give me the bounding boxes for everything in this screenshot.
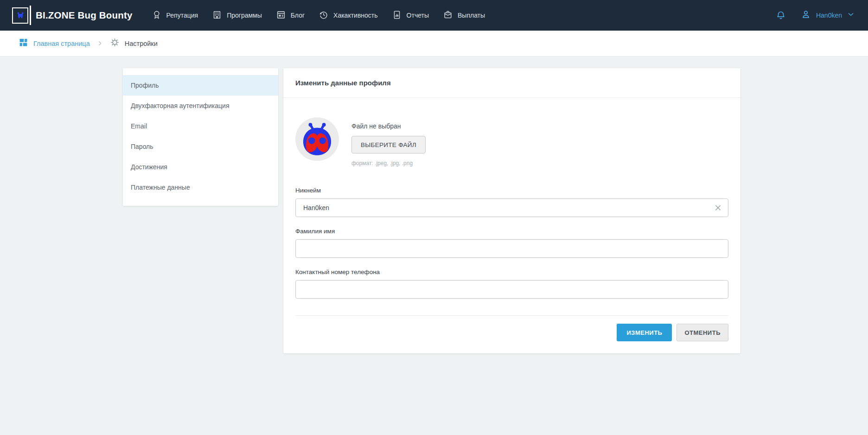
brand-title: BI.ZONE Bug Bounty bbox=[36, 10, 133, 21]
nav-item-label: Выплаты bbox=[458, 12, 485, 19]
sidebar-item-label: Достижения bbox=[131, 163, 167, 171]
breadcrumb-current-label: Настройки bbox=[125, 40, 158, 47]
page-content: Профиль Двухфакторная аутентификация Ema… bbox=[0, 57, 868, 353]
report-icon bbox=[392, 10, 402, 21]
bug-logo-icon bbox=[12, 7, 28, 24]
briefcase-icon bbox=[443, 10, 453, 21]
phone-input[interactable] bbox=[295, 280, 728, 299]
phone-field-block: Контактный номер телефона bbox=[295, 269, 728, 299]
nav-item-reputation[interactable]: Репутация bbox=[145, 5, 205, 26]
submit-button[interactable]: ИЗМЕНИТЬ bbox=[617, 324, 672, 341]
nav-item-hackactivity[interactable]: Хакактивность bbox=[312, 5, 385, 26]
breadcrumb-current: Настройки bbox=[110, 38, 158, 49]
breadcrumb-home-label: Главная страница bbox=[33, 40, 90, 47]
sidebar-item-label: Email bbox=[131, 122, 147, 130]
choose-file-button[interactable]: ВЫБЕРИТЕ ФАЙЛ bbox=[351, 136, 426, 154]
sidebar-item-label: Профиль bbox=[131, 82, 159, 89]
file-upload-block: Файл не выбран ВЫБЕРИТЕ ФАЙЛ формат: .jp… bbox=[351, 117, 426, 166]
settings-sidebar: Профиль Двухфакторная аутентификация Ema… bbox=[123, 68, 278, 206]
dashboard-grid-icon bbox=[19, 38, 28, 49]
nav-item-programs[interactable]: Программы bbox=[205, 5, 269, 26]
nav-item-label: Программы bbox=[227, 12, 262, 19]
breadcrumb-home-link[interactable]: Главная страница bbox=[19, 38, 90, 49]
nickname-input[interactable] bbox=[295, 198, 728, 217]
fullname-label: Фамилия имя bbox=[295, 228, 728, 235]
avatar-section: Файл не выбран ВЫБЕРИТЕ ФАЙЛ формат: .jp… bbox=[295, 117, 728, 166]
file-format-hint: формат: .jpeg, .jpg, .png bbox=[351, 160, 426, 166]
nav-item-label: Хакактивность bbox=[333, 12, 378, 19]
fullname-input[interactable] bbox=[295, 239, 728, 258]
sidebar-item-email[interactable]: Email bbox=[123, 116, 278, 136]
sidebar-item-label: Пароль bbox=[131, 143, 153, 150]
panel-body: Файл не выбран ВЫБЕРИТЕ ФАЙЛ формат: .jp… bbox=[283, 98, 740, 353]
nav-item-label: Отчеты bbox=[407, 12, 429, 19]
sidebar-item-label: Платежные данные bbox=[131, 184, 190, 191]
person-icon bbox=[800, 9, 811, 22]
sidebar-item-payment-data[interactable]: Платежные данные bbox=[123, 177, 278, 198]
nav-item-label: Блог bbox=[291, 12, 305, 19]
history-icon bbox=[319, 10, 329, 21]
bell-icon[interactable] bbox=[775, 10, 786, 21]
form-actions: ИЗМЕНИТЬ ОТМЕНИТЬ bbox=[295, 316, 728, 341]
nav-item-label: Репутация bbox=[166, 12, 198, 19]
user-menu[interactable]: Han0ken bbox=[800, 9, 855, 22]
nav-item-blog[interactable]: Блог bbox=[269, 5, 312, 26]
navbar-right: Han0ken bbox=[775, 9, 855, 22]
ladybug-avatar bbox=[295, 117, 339, 161]
newspaper-icon bbox=[276, 10, 286, 21]
user-name: Han0ken bbox=[816, 12, 842, 19]
sidebar-item-two-factor[interactable]: Двухфакторная аутентификация bbox=[123, 96, 278, 116]
panel-header: Изменить данные профиля bbox=[283, 68, 740, 98]
gear-icon bbox=[110, 38, 120, 49]
building-icon bbox=[212, 10, 222, 21]
cancel-button[interactable]: ОТМЕНИТЬ bbox=[677, 324, 728, 341]
fullname-input-wrap bbox=[295, 239, 728, 258]
logo-divider bbox=[30, 6, 31, 25]
chevron-down-icon bbox=[847, 10, 855, 20]
sidebar-item-label: Двухфакторная аутентификация bbox=[131, 102, 229, 109]
nickname-label: Никнейм bbox=[295, 187, 728, 194]
panel-title: Изменить данные профиля bbox=[295, 79, 391, 87]
nav-item-payouts[interactable]: Выплаты bbox=[436, 5, 492, 26]
nickname-field-block: Никнейм bbox=[295, 187, 728, 217]
nickname-input-wrap bbox=[295, 198, 728, 217]
top-navbar: BI.ZONE Bug Bounty Репутация bbox=[0, 0, 868, 31]
nav-item-reports[interactable]: Отчеты bbox=[385, 5, 436, 26]
clear-icon[interactable] bbox=[714, 204, 722, 212]
file-status-text: Файл не выбран bbox=[351, 122, 426, 130]
chevron-right-icon bbox=[97, 40, 103, 46]
sidebar-item-password[interactable]: Пароль bbox=[123, 136, 278, 157]
breadcrumb: Главная страница Настройки bbox=[0, 31, 868, 57]
brand-logo[interactable]: BI.ZONE Bug Bounty bbox=[12, 6, 133, 25]
fullname-field-block: Фамилия имя bbox=[295, 228, 728, 258]
sidebar-item-profile[interactable]: Профиль bbox=[123, 75, 278, 96]
profile-panel: Изменить данные профиля bbox=[283, 68, 740, 353]
phone-input-wrap bbox=[295, 280, 728, 299]
main-nav: Репутация Программы bbox=[145, 5, 492, 26]
medal-icon bbox=[152, 10, 162, 21]
sidebar-item-achievements[interactable]: Достижения bbox=[123, 157, 278, 177]
phone-label: Контактный номер телефона bbox=[295, 269, 728, 275]
